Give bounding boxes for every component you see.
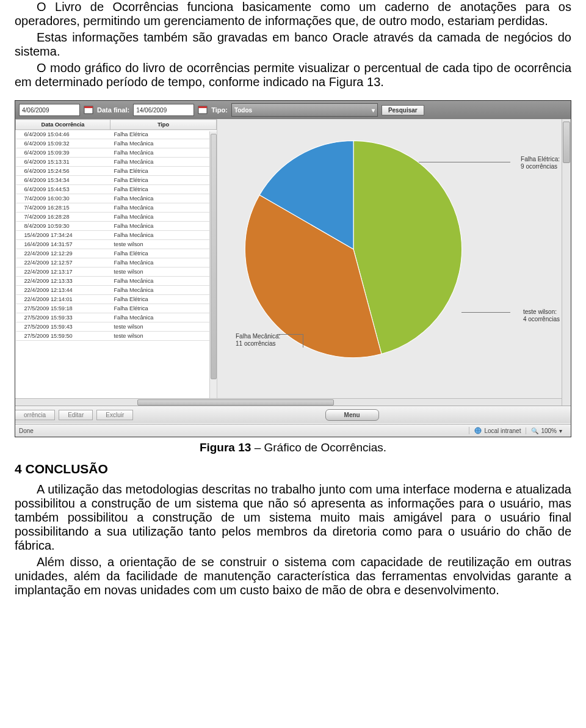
- cell-date: 6/4/2009 15:09:39: [16, 148, 110, 158]
- cell-date: 27/5/2009 15:59:50: [16, 332, 110, 341]
- browser-status-bar: Done Local intranet 🔍 100% ▾: [15, 424, 571, 437]
- cell-date: 22/4/2009 12:12:57: [16, 258, 110, 268]
- cell-type: teste wilson: [110, 322, 217, 332]
- table-row[interactable]: 22/4/2009 12:14:01Falha Elétrica: [16, 295, 217, 304]
- date-start-input[interactable]: [19, 104, 80, 116]
- table-row[interactable]: 7/4/2009 16:00:30Falha Mecânica: [16, 194, 217, 203]
- cell-date: 27/5/2009 15:59:33: [16, 313, 110, 322]
- table-row[interactable]: 27/5/2009 15:59:33Falha Mecânica: [16, 313, 217, 322]
- cell-type: Falha Elétrica: [110, 304, 217, 313]
- cell-date: 22/4/2009 12:12:29: [16, 249, 110, 258]
- app-screenshot: Data final: Tipo: Todos ▾ Pesquisar Data…: [15, 100, 571, 437]
- tab-editar[interactable]: Editar: [59, 410, 93, 420]
- table-row[interactable]: 7/4/2009 16:28:15Falha Mecânica: [16, 203, 217, 213]
- table-scrollbar[interactable]: [209, 131, 217, 402]
- cell-type: Falha Mecânica: [110, 148, 217, 158]
- vertical-scrollbar[interactable]: [562, 119, 571, 406]
- cell-type: Falha Mecânica: [110, 158, 217, 167]
- tipo-dropdown[interactable]: Todos ▾: [231, 103, 378, 117]
- section-heading-conclusao: 4 CONCLUSÃO: [15, 462, 571, 476]
- figure-caption: Figura 13 – Gráfico de Ocorrências.: [0, 441, 586, 454]
- cell-date: 6/4/2009 15:24:56: [16, 167, 110, 176]
- cell-date: 22/4/2009 12:13:33: [16, 277, 110, 286]
- cell-date: 6/4/2009 15:34:34: [16, 176, 110, 185]
- conclusion-text: A utilização das metodologias descritas …: [0, 482, 586, 597]
- cell-type: Falha Elétrica: [110, 295, 217, 304]
- filter-toolbar: Data final: Tipo: Todos ▾ Pesquisar: [15, 101, 571, 119]
- table-row[interactable]: 27/5/2009 15:59:50teste wilson: [16, 332, 217, 341]
- cell-date: 22/4/2009 12:13:44: [16, 286, 110, 295]
- cell-type: Falha Elétrica: [110, 185, 217, 194]
- paragraph: O Livro de Ocorrências funciona basicame…: [15, 0, 571, 28]
- table-row[interactable]: 22/4/2009 12:12:29Falha Elétrica: [16, 249, 217, 258]
- cell-type: Falha Mecânica: [110, 286, 217, 295]
- svg-rect-1: [84, 106, 93, 108]
- table-row[interactable]: 7/4/2009 16:28:28Falha Mecânica: [16, 213, 217, 222]
- table-row[interactable]: 6/4/2009 15:09:39Falha Mecânica: [16, 148, 217, 158]
- label-wilson: teste wilson: 4 ocorrências: [523, 308, 560, 322]
- table-row[interactable]: 16/4/2009 14:31:57teste wilson: [16, 240, 217, 249]
- table-row[interactable]: 22/4/2009 12:13:44Falha Mecânica: [16, 286, 217, 295]
- cell-type: Falha Mecânica: [110, 222, 217, 231]
- occurrence-table-area: Data Ocorrência Tipo 6/4/2009 15:04:46Fa…: [15, 119, 217, 402]
- cell-date: 27/5/2009 15:59:43: [16, 322, 110, 332]
- tab-ocorrencia[interactable]: orrência: [15, 410, 55, 420]
- svg-rect-3: [198, 106, 207, 108]
- cell-type: Falha Elétrica: [110, 176, 217, 185]
- cell-type: Falha Mecânica: [110, 258, 217, 268]
- table-row[interactable]: 22/4/2009 12:12:57Falha Mecânica: [16, 258, 217, 268]
- label-tipo: Tipo:: [211, 106, 228, 114]
- menu-button[interactable]: Menu: [325, 409, 379, 421]
- label-eletrica: Falha Elétrica: 9 ocorrências: [521, 156, 560, 170]
- cell-date: 22/4/2009 12:14:01: [16, 295, 110, 304]
- occurrence-table: Data Ocorrência Tipo 6/4/2009 15:04:46Fa…: [15, 119, 217, 341]
- cell-type: Falha Elétrica: [110, 249, 217, 258]
- cell-date: 27/5/2009 15:59:18: [16, 304, 110, 313]
- chevron-down-icon: ▾: [372, 107, 375, 114]
- scrollbar-thumb[interactable]: [137, 399, 334, 406]
- zoom-icon: 🔍: [531, 428, 538, 434]
- label-data-final: Data final:: [97, 106, 129, 114]
- table-row[interactable]: 15/4/2009 17:34:24Falha Mecânica: [16, 231, 217, 240]
- cell-type: Falha Elétrica: [110, 130, 217, 139]
- table-row[interactable]: 6/4/2009 15:13:31Falha Mecânica: [16, 158, 217, 167]
- chart-area: Falha Elétrica: 9 ocorrências teste wils…: [217, 119, 571, 402]
- dropdown-value: Todos: [234, 107, 252, 114]
- table-row[interactable]: 6/4/2009 15:04:46Falha Elétrica: [16, 130, 217, 139]
- cell-type: teste wilson: [110, 240, 217, 249]
- cell-date: 6/4/2009 15:09:32: [16, 139, 110, 148]
- paragraph: Estas informações também são gravadas em…: [15, 31, 571, 59]
- paragraph: Além disso, a orientação de se construir…: [15, 555, 571, 597]
- cell-date: 7/4/2009 16:28:28: [16, 213, 110, 222]
- scrollbar-thumb[interactable]: [211, 134, 217, 379]
- calendar-icon[interactable]: [198, 105, 208, 115]
- table-row[interactable]: 6/4/2009 15:44:53Falha Elétrica: [16, 185, 217, 194]
- paragraph: A utilização das metodologias descritas …: [15, 482, 571, 553]
- status-zoom[interactable]: 🔍 100% ▾: [526, 428, 567, 434]
- table-row[interactable]: 6/4/2009 15:34:34Falha Elétrica: [16, 176, 217, 185]
- table-row[interactable]: 8/4/2009 10:59:30Falha Mecânica: [16, 222, 217, 231]
- cell-date: 6/4/2009 15:04:46: [16, 130, 110, 139]
- cell-type: Falha Elétrica: [110, 167, 217, 176]
- table-row[interactable]: 22/4/2009 12:13:33Falha Mecânica: [16, 277, 217, 286]
- cell-date: 7/4/2009 16:00:30: [16, 194, 110, 203]
- cell-type: Falha Mecânica: [110, 277, 217, 286]
- tab-excluir[interactable]: Excluir: [96, 410, 133, 420]
- bottom-toolbar: orrência Editar Excluir Menu: [15, 406, 571, 423]
- table-row[interactable]: 6/4/2009 15:09:32Falha Mecânica: [16, 139, 217, 148]
- calendar-icon[interactable]: [84, 105, 93, 115]
- cell-type: teste wilson: [110, 268, 217, 277]
- table-row[interactable]: 22/4/2009 12:13:17teste wilson: [16, 268, 217, 277]
- col-header-type[interactable]: Tipo: [110, 120, 217, 130]
- table-row[interactable]: 27/5/2009 15:59:43teste wilson: [16, 322, 217, 332]
- cell-date: 22/4/2009 12:13:17: [16, 268, 110, 277]
- table-row[interactable]: 6/4/2009 15:24:56Falha Elétrica: [16, 167, 217, 176]
- col-header-date[interactable]: Data Ocorrência: [16, 120, 110, 130]
- table-row[interactable]: 27/5/2009 15:59:18Falha Elétrica: [16, 304, 217, 313]
- date-end-input[interactable]: [133, 104, 194, 116]
- search-button[interactable]: Pesquisar: [382, 105, 424, 115]
- cell-type: Falha Mecânica: [110, 313, 217, 322]
- status-intranet: Local intranet: [469, 427, 526, 434]
- scrollbar-thumb[interactable]: [563, 122, 570, 163]
- cell-type: Falha Mecânica: [110, 139, 217, 148]
